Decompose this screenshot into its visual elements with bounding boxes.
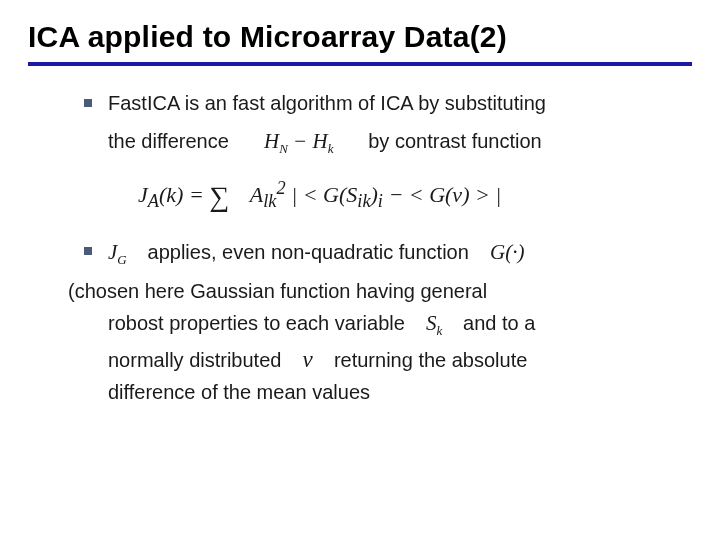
para-line3: normally distributed v returning the abs… — [68, 342, 692, 378]
math-hn: H — [264, 129, 279, 153]
bullet-1-line2: the difference HN − Hk by contrast funct… — [28, 125, 692, 159]
formula-J: J — [138, 182, 148, 207]
math-hn-hk: HN − Hk — [264, 129, 339, 153]
formula-sum: ∑ — [209, 181, 229, 212]
formula-arg: (k) = — [159, 182, 209, 207]
math-sk-sub: k — [436, 324, 442, 339]
math-hk: H — [312, 129, 327, 153]
para-line3a: normally distributed — [108, 349, 281, 371]
math-v: v — [303, 347, 313, 372]
math-sk: Sk — [426, 311, 448, 335]
formula: JA(k) = ∑ Alk2 | < G(Sik)i − < G(v) > | — [28, 173, 692, 218]
math-jg-sub: G — [117, 252, 126, 267]
formula-G1-close: ) — [371, 182, 378, 207]
bullet-1-line1: FastICA is an fast algorithm of ICA by s… — [108, 92, 546, 114]
slide-title: ICA applied to Microarray Data(2) — [28, 20, 692, 54]
bullet-icon — [84, 247, 92, 255]
formula-bar1: | < — [291, 182, 323, 207]
para-line4: difference of the mean values — [68, 377, 692, 408]
bullet-1-line2b: by contrast function — [368, 130, 541, 152]
formula-J-sub: A — [148, 191, 159, 211]
para-line1: (chosen here Gaussian function having ge… — [68, 276, 692, 307]
math-sk-s: S — [426, 311, 437, 335]
formula-G2: G(v) — [429, 182, 469, 207]
para-line2a: robost properties to each variable — [108, 312, 405, 334]
math-hk-sub: k — [328, 141, 334, 156]
bullet-1-text: FastICA is an fast algorithm of ICA by s… — [108, 88, 692, 119]
bullet-2: JG applies, even non-quadratic function … — [28, 236, 692, 270]
formula-A-sup: 2 — [277, 177, 286, 197]
formula-mid: − < — [388, 182, 429, 207]
bullet-1: FastICA is an fast algorithm of ICA by s… — [28, 88, 692, 119]
para-line2: robost properties to each variable Sk an… — [68, 307, 692, 341]
math-minus: − — [293, 129, 312, 153]
title-underline — [28, 62, 692, 66]
formula-i-sub: i — [378, 191, 383, 211]
slide: ICA applied to Microarray Data(2) FastIC… — [0, 0, 720, 540]
paragraph: (chosen here Gaussian function having ge… — [28, 276, 692, 408]
formula-close: > | — [475, 182, 501, 207]
math-jg-j: J — [108, 240, 117, 264]
bullet-icon — [84, 99, 92, 107]
bullet-2-text: JG applies, even non-quadratic function … — [108, 236, 692, 270]
math-jg: JG — [108, 240, 132, 264]
bullet-1-line2a: the difference — [108, 130, 229, 152]
para-line2b: and to a — [463, 312, 535, 334]
bullet-2-line1: applies, even non-quadratic function — [148, 241, 469, 263]
para-line3b: returning the absolute — [334, 349, 527, 371]
formula-A: A — [250, 182, 263, 207]
formula-G1-sub: ik — [357, 191, 370, 211]
formula-G1: G(S — [323, 182, 357, 207]
math-g-dot: G(·) — [490, 240, 524, 264]
slide-body: FastICA is an fast algorithm of ICA by s… — [28, 88, 692, 408]
formula-A-sub: lk — [263, 191, 276, 211]
math-hn-sub: N — [279, 141, 288, 156]
formula-content: JA(k) = ∑ Alk2 | < G(Sik)i − < G(v) > | — [138, 182, 501, 207]
